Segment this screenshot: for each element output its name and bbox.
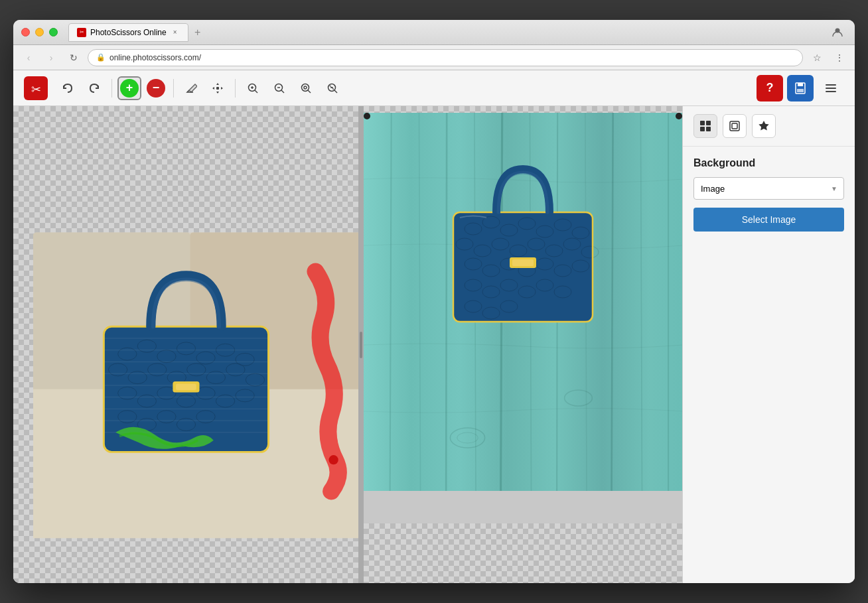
svg-rect-120 [706,121,711,125]
toolbar-separator-2 [173,79,174,98]
svg-rect-118 [512,259,534,266]
source-canvas[interactable] [13,106,358,583]
svg-rect-121 [700,127,705,131]
addressbar: ‹ › ↻ 🔒 online.photoscissors.com/ ☆ ⋮ [13,45,855,70]
background-section-title: Background [693,157,844,169]
back-button[interactable]: ‹ [20,49,37,66]
select-image-button[interactable]: Select Image [693,208,844,232]
corner-marker-tl [364,113,370,119]
svg-point-11 [302,84,309,91]
background-type-wrapper: Color Image Transparent ▼ [693,177,844,200]
tab-title: PhotoScissors Online [90,28,167,37]
svg-rect-3 [216,87,219,90]
traffic-lights [21,28,58,36]
app-window: ✂ PhotoScissors Online × + ‹ › ↻ 🔒 onlin… [13,20,855,583]
new-tab-button[interactable]: + [188,23,207,42]
active-tab[interactable]: ✂ PhotoScissors Online × [68,23,188,42]
url-text: online.photoscissors.com/ [109,53,201,62]
redo-button[interactable] [82,76,106,100]
app-menu-button[interactable] [818,75,844,101]
move-button[interactable] [206,76,230,100]
right-panel: Background Color Image Transparent ▼ Sel… [682,106,855,583]
window-actions [828,23,847,42]
content-area: Background Color Image Transparent ▼ Sel… [13,106,855,583]
corner-marker-tr [676,113,682,119]
remove-brush-button[interactable]: − [144,76,168,100]
svg-line-10 [281,90,284,93]
preview-canvas[interactable] [364,106,682,583]
svg-rect-21 [826,84,836,86]
browser-menu-button[interactable]: ⋮ [831,49,848,66]
svg-line-16 [334,90,337,93]
zoom-fit-button[interactable] [294,76,318,100]
edit-panel [13,106,682,583]
app-logo: ✂ [24,76,48,100]
address-bar[interactable]: 🔒 online.photoscissors.com/ [88,49,803,66]
background-type-select[interactable]: Color Image Transparent [693,177,844,200]
add-brush-button[interactable]: + [117,76,141,100]
toolbar-separator-3 [235,79,236,98]
svg-rect-124 [732,123,737,129]
svg-rect-19 [798,83,803,86]
minimize-button[interactable] [35,28,44,36]
maximize-button[interactable] [49,28,58,36]
svg-rect-119 [700,121,705,125]
forward-button[interactable]: › [42,49,60,66]
svg-rect-122 [706,127,711,131]
tab-layers[interactable] [723,114,747,138]
svg-point-12 [304,86,307,89]
svg-line-17 [330,86,334,90]
zoom-reset-button[interactable] [321,76,344,100]
panel-content: Background Color Image Transparent ▼ Sel… [683,147,855,242]
svg-text:✂: ✂ [31,83,41,96]
svg-line-13 [308,90,311,93]
svg-line-7 [255,90,257,93]
toolbar-separator-1 [111,79,112,98]
panel-divider[interactable] [358,106,364,583]
svg-rect-23 [826,91,836,92]
toolbar-right: ? [757,75,844,101]
window-profile-icon[interactable] [828,23,847,42]
tab-background[interactable] [693,114,717,138]
save-button[interactable] [787,75,814,101]
zoom-out-button[interactable] [267,76,291,100]
tab-close-button[interactable]: × [171,28,180,37]
help-button[interactable]: ? [757,75,783,101]
main-toolbar: ✂ + − [13,70,855,106]
zoom-in-button[interactable] [241,76,265,100]
refresh-button[interactable]: ↻ [65,49,82,66]
svg-rect-22 [826,88,836,89]
panel-tabs [683,106,855,147]
bookmark-button[interactable]: ☆ [808,49,826,66]
tab-area: ✂ PhotoScissors Online × + [68,23,828,42]
svg-rect-20 [797,89,804,92]
svg-rect-67 [176,384,196,390]
titlebar: ✂ PhotoScissors Online × + [13,20,855,45]
tab-favicon: ✂ [77,28,86,37]
tab-starred[interactable] [752,114,776,138]
svg-rect-123 [730,121,739,131]
undo-button[interactable] [56,76,80,100]
svg-point-68 [329,455,338,464]
eraser-button[interactable] [179,76,203,100]
close-button[interactable] [21,28,30,36]
secure-icon: 🔒 [96,53,106,62]
